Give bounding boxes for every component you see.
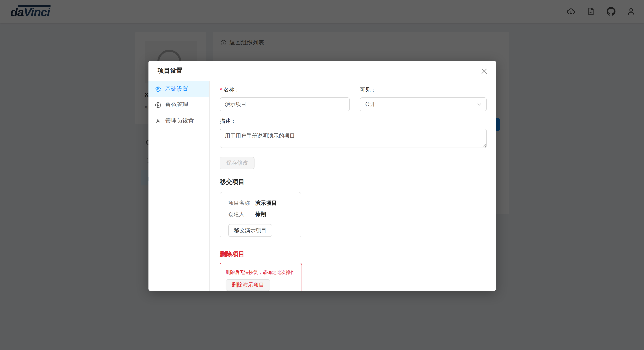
registered-icon	[155, 102, 161, 108]
transfer-row: 项目名称 演示项目	[228, 200, 301, 207]
visibility-select[interactable]: 公开	[360, 97, 487, 111]
sidebar-item-label: 角色管理	[165, 101, 188, 109]
settings-icon	[155, 86, 161, 92]
visibility-value: 公开	[365, 101, 376, 108]
transfer-row-label: 创建人	[228, 211, 255, 218]
admin-user-icon	[155, 118, 161, 124]
save-button[interactable]: 保存修改	[220, 157, 254, 169]
delete-heading: 删除项目	[220, 250, 487, 259]
modal-body: 基础设置 角色管理 管理员设置	[148, 81, 496, 291]
page: daVinci x xi	[0, 0, 644, 350]
transfer-heading: 移交项目	[220, 178, 487, 187]
danger-zone: 删除后无法恢复，请确定此次操作 删除演示项目	[220, 263, 302, 291]
transfer-row-value: 徐翔	[255, 211, 266, 218]
transfer-row-label: 项目名称	[228, 200, 255, 207]
modal-header: 项目设置	[148, 61, 496, 81]
settings-sidebar: 基础设置 角色管理 管理员设置	[148, 81, 210, 291]
delete-warning-text: 删除后无法恢复，请确定此次操作	[226, 269, 296, 276]
sidebar-item-admin-settings[interactable]: 管理员设置	[148, 113, 210, 129]
sidebar-item-role-management[interactable]: 角色管理	[148, 97, 210, 113]
basic-settings-panel: *名称： 可见： 公开 描述： 用于	[210, 81, 496, 291]
delete-project-button[interactable]: 删除演示项目	[226, 279, 270, 291]
description-label: 描述：	[220, 117, 487, 125]
visibility-label: 可见：	[360, 86, 487, 93]
project-settings-modal: 项目设置 基础设置	[148, 61, 496, 291]
transfer-project-button[interactable]: 移交演示项目	[228, 224, 272, 237]
required-mark: *	[220, 87, 222, 93]
description-textarea[interactable]: 用于用户手册说明演示的项目	[220, 129, 487, 148]
close-icon[interactable]	[478, 65, 490, 77]
transfer-row-value: 演示项目	[255, 200, 277, 207]
modal-title: 项目设置	[158, 67, 182, 75]
project-name-input[interactable]	[220, 97, 350, 111]
sidebar-item-label: 管理员设置	[165, 117, 194, 124]
chevron-down-icon	[477, 102, 482, 107]
transfer-card: 项目名称 演示项目 创建人 徐翔 移交演示项目	[220, 192, 301, 237]
sidebar-item-basic-settings[interactable]: 基础设置	[148, 81, 210, 97]
transfer-row: 创建人 徐翔	[228, 211, 301, 218]
sidebar-item-label: 基础设置	[165, 85, 188, 93]
name-label: *名称：	[220, 86, 350, 93]
